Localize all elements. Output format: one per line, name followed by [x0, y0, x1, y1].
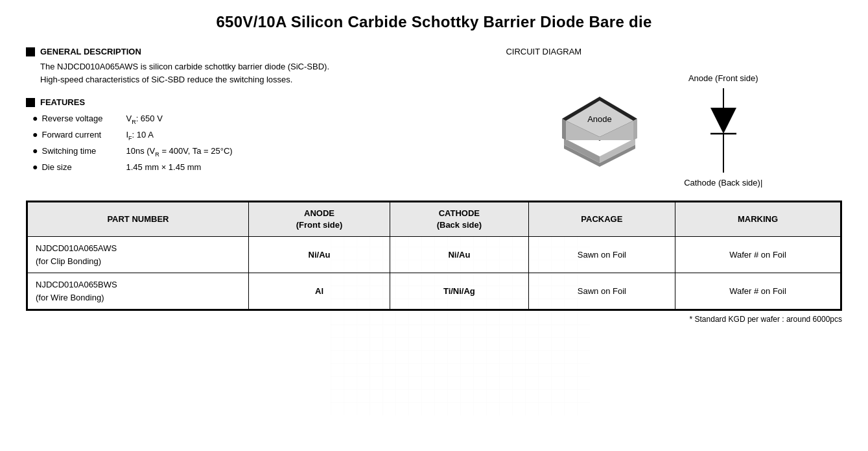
cathode-label: Cathode (Back side)| — [684, 178, 762, 188]
bullet-dot-0: ● — [32, 111, 38, 127]
general-desc-line1: The NJDCD010A065AWS is silicon carbide s… — [40, 62, 329, 71]
circuit-diagram-header: CIRCUIT DIAGRAM — [500, 47, 581, 56]
col-header-package: PACKAGE — [528, 202, 675, 237]
cell-marking-0: Wafer # on Foil — [675, 237, 841, 273]
cell-anode-0: Ni/Au — [248, 237, 390, 273]
bullet-square-general — [26, 47, 35, 56]
features-title: FEATURES — [40, 97, 85, 107]
table-row-0: NJDCD010A065AWS(for Clip Bonding) Ni/Au … — [28, 237, 841, 273]
col-header-anode: ANODE(Front side) — [248, 202, 390, 237]
general-description-title: GENERAL DESCRIPTION — [40, 47, 141, 56]
features-section: FEATURES ● Reverse voltage VR: 650 V ● F… — [26, 97, 462, 175]
cell-marking-1: Wafer # on Foil — [675, 273, 841, 310]
cell-part-number-0: NJDCD010A065AWS(for Clip Bonding) — [28, 237, 249, 273]
right-column: CIRCUIT DIAGRAM — [475, 47, 842, 188]
page-title: 650V/10A Silicon Carbide Schottky Barrie… — [26, 13, 842, 31]
cell-package-0: Sawn on Foil — [528, 237, 675, 273]
col-header-marking: MARKING — [675, 202, 841, 237]
cell-part-number-1: NJDCD010A065BWS(for Wire Bonding) — [28, 273, 249, 310]
col-header-part-number: PART NUMBER — [28, 202, 249, 237]
anode-label: Anode (Front side) — [688, 73, 758, 83]
left-column: GENERAL DESCRIPTION The NJDCD010A065AWS … — [26, 47, 475, 188]
general-desc-line2: High-speed characteristics of SiC-SBD re… — [40, 75, 292, 84]
cell-package-1: Sawn on Foil — [528, 273, 675, 310]
table-footnote: * Standard KGD per wafer : around 6000pc… — [26, 315, 842, 324]
table-header-row: PART NUMBER ANODE(Front side) CATHODE(Ba… — [28, 202, 841, 237]
spec-table-container: PART NUMBER ANODE(Front side) CATHODE(Ba… — [26, 201, 842, 311]
cell-cathode-0: Ni/Au — [390, 237, 528, 273]
top-section: GENERAL DESCRIPTION The NJDCD010A065AWS … — [26, 47, 842, 188]
bullet-dot-2: ● — [32, 143, 38, 159]
feature-item-3: ● Die size 1.45 mm × 1.45 mm — [32, 160, 462, 175]
feature-value-2: 10ns (VR = 400V, Ta = 25°C) — [126, 144, 462, 160]
svg-marker-8 — [633, 119, 637, 140]
svg-marker-7 — [562, 119, 566, 140]
feature-label-2: Switching time — [41, 144, 126, 158]
feature-label-1: Forward current — [41, 128, 126, 142]
feature-value-0: VR: 650 V — [126, 112, 462, 127]
feature-label-3: Die size — [41, 160, 126, 175]
features-header: FEATURES — [26, 97, 462, 107]
circuit-symbol: Anode (Front side) C — [684, 73, 762, 188]
svg-marker-11 — [710, 108, 736, 134]
feature-value-1: IF: 10 A — [126, 128, 462, 143]
bullet-square-features — [26, 98, 35, 107]
circuit-diagram-area: CIRCUIT DIAGRAM — [475, 47, 842, 188]
feature-label-0: Reverse voltage — [41, 112, 126, 126]
cell-cathode-1: Ti/Ni/Ag — [390, 273, 528, 310]
bullet-dot-1: ● — [32, 127, 38, 143]
bullet-dot-3: ● — [32, 160, 38, 175]
general-description-header: GENERAL DESCRIPTION — [26, 47, 462, 56]
general-description-body: The NJDCD010A065AWS is silicon carbide s… — [40, 60, 462, 86]
circuit-diagram-title: CIRCUIT DIAGRAM — [506, 47, 581, 56]
col-header-cathode: CATHODE(Back side) — [390, 202, 528, 237]
diagram-content: Anode — [554, 73, 762, 188]
table-row-1: NJDCD010A065BWS(for Wire Bonding) Al Ti/… — [28, 273, 841, 310]
page-content: 650V/10A Silicon Carbide Schottky Barrie… — [26, 13, 842, 324]
feature-item-1: ● Forward current IF: 10 A — [32, 127, 462, 143]
feature-value-3: 1.45 mm × 1.45 mm — [126, 160, 462, 175]
svg-text:Anode: Anode — [587, 114, 612, 124]
spec-table: PART NUMBER ANODE(Front side) CATHODE(Ba… — [27, 202, 841, 310]
feature-item-0: ● Reverse voltage VR: 650 V — [32, 111, 462, 127]
features-list: ● Reverse voltage VR: 650 V ● Forward cu… — [32, 111, 462, 175]
feature-item-2: ● Switching time 10ns (VR = 400V, Ta = 2… — [32, 143, 462, 160]
die-svg: Anode — [554, 91, 645, 169]
die-illustration: Anode — [554, 91, 645, 169]
cell-anode-1: Al — [248, 273, 390, 310]
